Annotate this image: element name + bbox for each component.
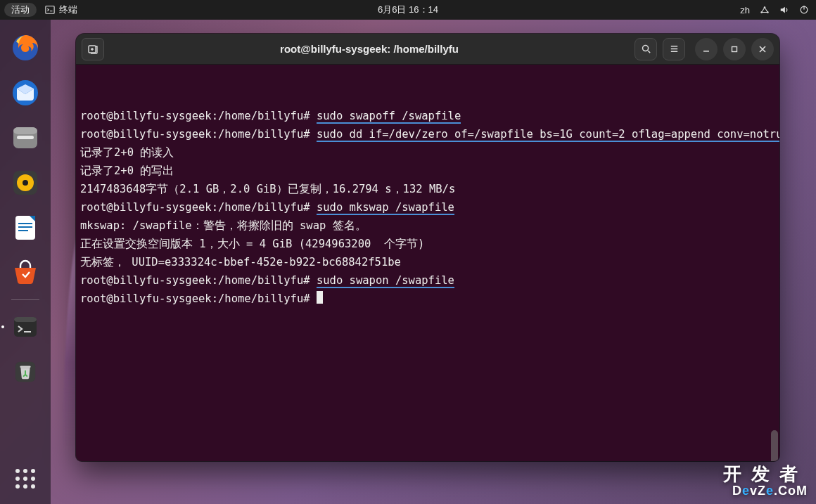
maximize-icon: [730, 45, 739, 53]
close-button[interactable]: [751, 38, 774, 60]
terminal-viewport[interactable]: root@billyfu-sysgeek:/home/billyfu# sudo…: [76, 65, 779, 461]
svg-point-28: [15, 484, 20, 489]
terminal-icon: [45, 5, 55, 15]
maximize-button[interactable]: [723, 38, 746, 60]
svg-point-24: [31, 469, 35, 473]
svg-point-32: [642, 46, 648, 51]
terminal-line: 记录了2+0 的读入: [80, 143, 775, 162]
dock-ubuntu-software[interactable]: [7, 254, 44, 291]
svg-rect-34: [732, 46, 737, 51]
dock-files[interactable]: [7, 119, 44, 156]
svg-point-29: [23, 484, 27, 489]
close-icon: [758, 45, 767, 53]
terminal-line: root@billyfu-sysgeek:/home/billyfu#: [80, 290, 775, 308]
watermark-cn: 开发者: [723, 462, 808, 486]
svg-rect-17: [18, 230, 28, 231]
terminal-line: root@billyfu-sysgeek:/home/billyfu# sudo…: [80, 125, 775, 143]
svg-point-25: [15, 477, 20, 481]
svg-point-30: [31, 484, 35, 489]
clock[interactable]: 6月6日 16：14: [378, 4, 438, 16]
input-source[interactable]: zh: [740, 5, 750, 15]
svg-rect-16: [18, 226, 32, 228]
hamburger-icon: [669, 44, 680, 54]
svg-rect-0: [46, 6, 54, 14]
svg-rect-9: [13, 127, 37, 134]
terminal-scrollbar-thumb[interactable]: [771, 430, 778, 461]
dock-rhythmbox[interactable]: [7, 164, 44, 201]
svg-rect-21: [20, 366, 30, 368]
dock-separator: [11, 299, 39, 300]
network-icon[interactable]: [760, 5, 770, 15]
new-tab-icon: [87, 44, 98, 55]
svg-rect-19: [14, 317, 37, 322]
svg-rect-10: [17, 136, 34, 139]
dock-firefox[interactable]: [7, 30, 44, 66]
hamburger-menu-button[interactable]: [663, 38, 685, 60]
dock-libreoffice-writer[interactable]: [7, 209, 44, 246]
watermark-en: DevZe.CoM: [723, 484, 808, 498]
minimize-button[interactable]: [695, 38, 718, 60]
terminal-window: root@billyfu-sysgeek: /home/billyfu root…: [76, 34, 779, 461]
watermark: 开发者 DevZe.CoM: [723, 462, 808, 498]
svg-point-23: [23, 469, 27, 473]
terminal-line: root@billyfu-sysgeek:/home/billyfu# sudo…: [80, 107, 775, 125]
activities-button[interactable]: 活动: [4, 3, 37, 17]
svg-rect-33: [703, 51, 709, 52]
terminal-line: 无标签， UUID=e333324c-bbef-452e-b922-bc6884…: [80, 253, 775, 271]
dock-trash[interactable]: [7, 354, 44, 390]
app-menu[interactable]: 终端: [45, 4, 77, 16]
search-icon: [641, 44, 651, 54]
terminal-line: 记录了2+0 的写出: [80, 162, 775, 180]
svg-point-27: [31, 477, 35, 481]
terminal-cursor: [317, 291, 323, 304]
dock-terminal[interactable]: [7, 309, 44, 345]
terminal-line: 2147483648字节（2.1 GB，2.0 GiB）已复制，16.2794 …: [80, 180, 775, 198]
power-icon[interactable]: [799, 5, 809, 15]
app-menu-label: 终端: [59, 4, 77, 16]
new-tab-button[interactable]: [82, 38, 104, 60]
terminal-titlebar[interactable]: root@billyfu-sysgeek: /home/billyfu: [76, 34, 779, 65]
svg-point-26: [23, 477, 27, 481]
dock-show-apps[interactable]: [7, 460, 44, 497]
search-button[interactable]: [635, 38, 657, 60]
volume-icon[interactable]: [779, 5, 789, 15]
dock-thunderbird[interactable]: [7, 75, 44, 111]
minimize-icon: [702, 45, 710, 53]
terminal-line: root@billyfu-sysgeek:/home/billyfu# sudo…: [80, 198, 775, 217]
ubuntu-dock: [0, 20, 51, 504]
terminal-line: root@billyfu-sysgeek:/home/billyfu# sudo…: [80, 271, 775, 290]
window-title: root@billyfu-sysgeek: /home/billyfu: [104, 43, 635, 55]
terminal-scrollbar[interactable]: [771, 65, 778, 461]
terminal-line: 正在设置交换空间版本 1，大小 = 4 GiB (4294963200 个字节): [80, 235, 775, 253]
gnome-top-bar: 活动 终端 6月6日 16：14 zh: [0, 0, 816, 20]
svg-rect-15: [18, 223, 32, 224]
svg-point-22: [15, 469, 20, 473]
svg-rect-5: [803, 6, 804, 9]
svg-point-13: [23, 180, 28, 186]
terminal-line: mkswap: /swapfile：警告，将擦除旧的 swap 签名。: [80, 217, 775, 235]
